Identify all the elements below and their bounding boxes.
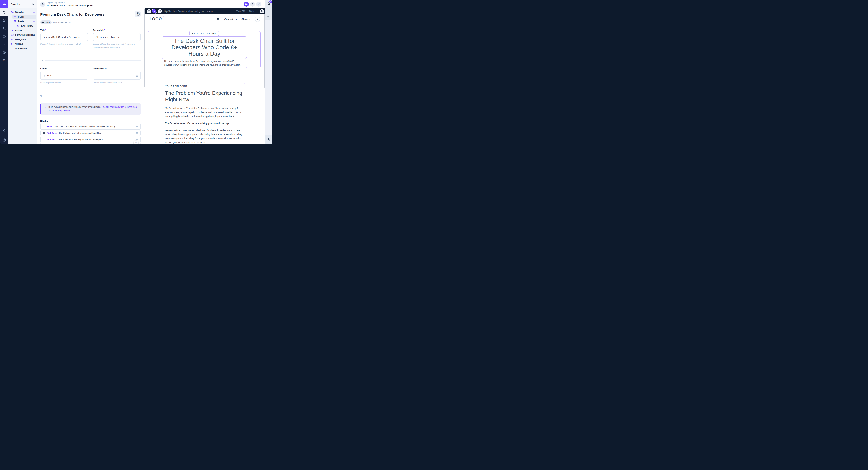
scroll-down-button[interactable]: ▼ (134, 141, 138, 144)
ai-assistant-button[interactable] (265, 135, 272, 144)
zoom-select[interactable]: 100% (249, 10, 257, 12)
nav-item-label: 1. Workflow (21, 25, 33, 27)
help-button[interactable]: ? (135, 11, 141, 17)
question-icon: ? (136, 12, 140, 16)
breadcrumb-collection[interactable]: Pages (47, 2, 53, 4)
module-bar: ⚙ (0, 0, 8, 144)
site-nav-contact[interactable]: Contact Us (224, 18, 237, 21)
module-files[interactable] (0, 32, 8, 40)
nav-item-navigation[interactable]: Navigation (10, 37, 36, 42)
block-row[interactable]: Rich Text: What Developers Say (40, 143, 141, 144)
preview-url[interactable]: http://localhost:3000/desk-chair-landing… (164, 10, 235, 12)
nav-item-workflow[interactable]: 1. Workflow (15, 24, 36, 28)
chevron-down-icon (255, 10, 257, 12)
share-button[interactable] (267, 15, 271, 18)
delete-button[interactable] (250, 2, 255, 7)
trash-icon[interactable] (136, 131, 138, 134)
block-type: Rich Text: (47, 138, 57, 141)
pencil-icon (153, 10, 156, 12)
user-avatar[interactable] (0, 136, 8, 144)
nav-item-posts[interactable]: Posts (12, 19, 36, 24)
collapse-sidebar-icon[interactable] (32, 3, 35, 6)
directus-logo[interactable] (0, 0, 8, 8)
fields-row-1: Title* Premium Desk Chairs for Developer… (40, 29, 141, 49)
drag-handle-icon[interactable] (43, 139, 45, 140)
drag-handle-icon[interactable] (43, 133, 45, 134)
insights-chart-icon (2, 42, 6, 46)
section-eyebrow: YOUR PAIN POINT (165, 85, 243, 88)
problem-section[interactable]: YOUR PAIN POINT The Problem You're Exper… (163, 83, 245, 144)
status-chip[interactable]: Draft (40, 21, 52, 24)
breadcrumb-branch[interactable]: Main (58, 2, 63, 4)
nav-item-globals[interactable]: Globals (10, 42, 36, 46)
block-row[interactable]: Rich Text: The Problem You're Experienci… (40, 130, 141, 136)
kanban-icon (16, 25, 19, 27)
nav-item-form-submissions[interactable]: Form Submissions (10, 33, 36, 37)
notifications-button[interactable]: 1 (267, 1, 271, 5)
permalink-input[interactable]: /desk-chair-landing (93, 33, 141, 41)
hero-section[interactable]: BACK PAIN? SOLVED. The Desk Chair Built … (148, 31, 260, 68)
trash-icon[interactable] (136, 138, 138, 141)
display-settings-button[interactable] (147, 9, 151, 13)
comments-button[interactable] (267, 8, 271, 12)
published-at-label: Published At (93, 67, 141, 70)
chevron-down-icon[interactable] (33, 11, 35, 13)
sidebar-spacer (265, 20, 272, 135)
nav-item-forms[interactable]: Forms (10, 28, 36, 33)
site-nav-about[interactable]: About⌄ (242, 18, 250, 21)
globe-icon (11, 42, 14, 45)
module-users[interactable] (0, 24, 8, 32)
page-header: Pages • Main ▾ Premium Desk Chairs for D… (37, 0, 265, 8)
preview-toggle-button[interactable] (244, 2, 249, 7)
published-at-input[interactable] (93, 71, 141, 80)
form-pane: Premium Desk Chairs for Developers ? Dra… (37, 8, 145, 144)
preview-dimensions: 894 × 978 (236, 10, 245, 12)
status-select-value: Draft (47, 74, 52, 77)
nav-item-pages[interactable]: Pages (12, 14, 36, 19)
hero-subtext[interactable]: No more back pain. Just laser focus and … (162, 58, 247, 68)
info-icon (43, 106, 46, 109)
search-icon[interactable] (217, 18, 220, 21)
block-row[interactable]: Rich Text: The Chair That Actually Works… (40, 137, 141, 142)
breadcrumb-separator: • (54, 2, 54, 4)
save-button[interactable] (256, 2, 261, 7)
help-circle-icon (2, 51, 6, 54)
nav-item-website[interactable]: Website (10, 10, 36, 14)
header-actions (244, 2, 261, 7)
arrow-left-icon (41, 3, 44, 5)
status-label: Status (40, 67, 88, 70)
caret-down-icon[interactable]: ▾ (64, 2, 64, 3)
permalink-helper: Unique URL for this page (start with /, … (93, 42, 141, 49)
form-scrollbar[interactable] (144, 9, 145, 87)
block-row[interactable]: Hero: The Desk Chair Built for Developer… (40, 124, 141, 129)
module-settings[interactable]: ⚙ (0, 56, 8, 64)
edit-mode-button[interactable] (152, 9, 156, 13)
chevron-down-icon: ⌄ (249, 19, 250, 20)
status-select[interactable]: Draft ⌄ (40, 71, 88, 80)
chevron-down-icon[interactable] (33, 21, 35, 22)
trash-icon[interactable] (136, 125, 138, 128)
refresh-button[interactable] (158, 9, 162, 13)
form-scroll: Premium Desk Chairs for Developers ? Dra… (37, 8, 145, 144)
notifications-bell[interactable] (0, 126, 8, 134)
module-insights[interactable] (0, 40, 8, 48)
hero-headline[interactable]: The Desk Chair Built for Developers Who … (162, 36, 247, 58)
calendar-icon[interactable] (135, 74, 138, 77)
hero-eyebrow[interactable]: BACK PAIN? SOLVED. (189, 31, 219, 36)
title-input[interactable]: Premium Desk Chairs for Developers (40, 33, 88, 41)
drag-handle-icon[interactable] (43, 126, 45, 127)
site-scrollbar[interactable] (264, 14, 265, 88)
info-banner: Build dynamic pages quickly using ready-… (40, 103, 141, 114)
module-editor[interactable] (0, 16, 8, 24)
module-content[interactable] (0, 8, 8, 16)
theme-toggle-button[interactable] (255, 17, 260, 22)
nav-item-ai-prompts[interactable]: AI Prompts (10, 46, 36, 51)
responsive-toggle-button[interactable] (260, 9, 264, 13)
section-bold-line: That's not normal. It's not something yo… (165, 121, 243, 125)
block-type: Hero: (47, 125, 53, 128)
header-text: Pages • Main ▾ Premium Desk Chairs for D… (47, 2, 93, 7)
nav-list: Website Pages Posts (8, 8, 37, 53)
back-button[interactable] (40, 2, 45, 7)
site-logo[interactable]: LOGO (148, 16, 164, 22)
module-help[interactable] (0, 48, 8, 56)
